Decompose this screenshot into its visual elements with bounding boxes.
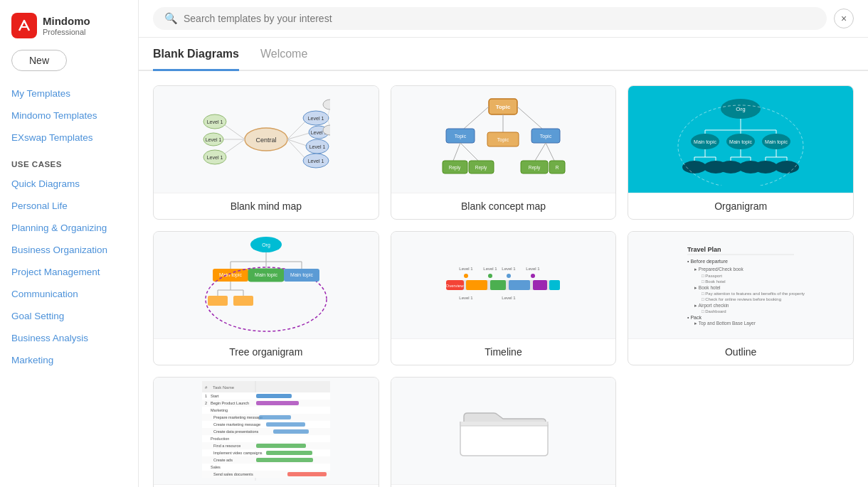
svg-point-79 — [753, 161, 778, 173]
sidebar-item-planning-organizing[interactable]: Planning & Organizing — [0, 217, 138, 239]
sidebar-item-marketing[interactable]: Marketing — [0, 349, 138, 371]
search-icon: 🔍 — [164, 12, 178, 25]
svg-text:Send sales documents: Send sales documents — [213, 472, 253, 476]
svg-rect-155 — [273, 429, 309, 434]
card-preview-organigram: Org Main topic Main topic Main topic — [628, 86, 853, 193]
svg-rect-108 — [533, 280, 547, 290]
template-card-outline[interactable]: Travel Plan • Before departure ▸ Prepare… — [628, 231, 854, 365]
sidebar-item-quick-diagrams[interactable]: Quick Diagrams — [0, 173, 138, 195]
template-card-blank-concept-map[interactable]: Topic Topic Topic Rep — [391, 85, 617, 220]
svg-text:1: 1 — [205, 394, 207, 398]
sidebar-item-exswap-templates[interactable]: EXswap Templates — [0, 127, 138, 149]
svg-text:▸ Airport checkin: ▸ Airport checkin — [694, 303, 729, 309]
svg-text:Reply: Reply — [475, 165, 487, 171]
template-grid-area: Central Level 1 Level 1 Level 1 — [139, 71, 868, 487]
card-preview-outline: Travel Plan • Before departure ▸ Prepare… — [628, 232, 853, 338]
svg-text:• Pack: • Pack — [687, 315, 702, 320]
search-input[interactable] — [184, 13, 815, 24]
svg-text:Org: Org — [736, 106, 745, 112]
sidebar-item-project-management[interactable]: Project Management — [0, 261, 138, 283]
template-card-timeline[interactable]: Overview Level 1 Level 1 — [391, 231, 617, 365]
main-content: 🔍 × Blank Diagrams Welcome Central Level… — [139, 0, 868, 487]
new-button[interactable]: New — [11, 50, 67, 71]
svg-rect-107 — [509, 280, 530, 290]
svg-line-36 — [460, 143, 478, 161]
card-preview-timeline: Overview Level 1 Level 1 — [391, 232, 616, 338]
use-cases-label: USE CASES — [0, 149, 138, 173]
tab-welcome[interactable]: Welcome — [260, 38, 307, 71]
svg-text:Reply: Reply — [529, 165, 541, 171]
svg-text:Create marketing message: Create marketing message — [213, 422, 260, 427]
card-preview-gantt: # Task Name 1 Start 2 Begin Product Laun… — [154, 378, 379, 484]
sidebar-item-my-templates[interactable]: My Templates — [0, 82, 138, 105]
svg-rect-152 — [266, 422, 305, 427]
svg-text:• Before departure: • Before departure — [687, 259, 728, 264]
template-label-tree-organigram: Tree organigram — [154, 338, 379, 365]
template-grid: Central Level 1 Level 1 Level 1 — [153, 85, 854, 487]
svg-rect-166 — [256, 458, 313, 462]
template-card-tree-organigram[interactable]: Org Main topic — [153, 231, 379, 365]
card-preview-tree-organigram: Org Main topic — [154, 232, 379, 338]
svg-line-30 — [517, 107, 542, 129]
template-label-folder: Folder — [391, 484, 616, 487]
svg-line-29 — [464, 107, 489, 129]
sidebar-item-goal-setting[interactable]: Goal Setting — [0, 305, 138, 327]
svg-rect-149 — [259, 415, 291, 419]
svg-text:Central: Central — [255, 137, 276, 144]
svg-line-35 — [453, 143, 460, 161]
template-label-gantt-chart: Gantt Chart — [154, 484, 379, 487]
svg-text:Topic: Topic — [497, 137, 509, 143]
svg-text:Reply: Reply — [449, 165, 461, 171]
svg-text:Org: Org — [262, 242, 270, 248]
svg-rect-167 — [202, 464, 330, 471]
template-card-folder[interactable]: Folder — [391, 377, 617, 487]
svg-point-24 — [323, 100, 330, 109]
template-label-blank-concept-map: Blank concept map — [391, 193, 616, 219]
svg-text:R: R — [556, 165, 559, 170]
svg-text:Sales: Sales — [211, 465, 221, 469]
tabs-bar: Blank Diagrams Welcome — [139, 38, 868, 71]
svg-text:Production: Production — [211, 437, 229, 441]
sidebar-item-communication[interactable]: Communication — [0, 283, 138, 305]
svg-text:Begin Product Launch: Begin Product Launch — [211, 401, 249, 405]
template-card-blank-mind-map[interactable]: Central Level 1 Level 1 Level 1 — [153, 85, 379, 220]
svg-text:Level 1: Level 1 — [502, 296, 517, 300]
sidebar-item-business-analysis[interactable]: Business Analysis — [0, 327, 138, 349]
svg-point-112 — [507, 274, 511, 278]
svg-rect-109 — [549, 280, 560, 290]
svg-line-41 — [535, 143, 546, 161]
svg-text:Main topic: Main topic — [255, 272, 277, 278]
template-card-organigram[interactable]: Org Main topic Main topic Main topic — [628, 85, 854, 220]
svg-rect-140 — [256, 394, 292, 398]
template-label-timeline: Timeline — [391, 338, 616, 365]
svg-text:Start: Start — [211, 394, 219, 398]
svg-point-67 — [682, 161, 706, 173]
svg-text:Level 1: Level 1 — [308, 116, 324, 121]
template-label-blank-mind-map: Blank mind map — [154, 193, 379, 219]
svg-text:Overview: Overview — [446, 284, 465, 288]
svg-rect-171 — [287, 472, 327, 476]
sidebar-item-business-organization[interactable]: Business Organization — [0, 239, 138, 261]
svg-point-110 — [464, 274, 468, 278]
svg-text:Main topic: Main topic — [694, 139, 716, 145]
svg-text:Level 1: Level 1 — [460, 267, 474, 271]
svg-rect-105 — [466, 280, 487, 290]
svg-text:Travel Plan: Travel Plan — [687, 246, 721, 253]
svg-rect-160 — [256, 444, 306, 448]
svg-line-42 — [546, 143, 554, 161]
svg-text:Level 1: Level 1 — [460, 296, 474, 300]
template-card-gantt-chart[interactable]: # Task Name 1 Start 2 Begin Product Laun… — [153, 377, 379, 487]
svg-rect-163 — [266, 451, 312, 455]
close-button[interactable]: × — [834, 9, 854, 28]
top-bar: 🔍 × — [139, 0, 868, 38]
svg-text:□ Dashboard: □ Dashboard — [702, 309, 726, 314]
svg-text:□ Book hotel: □ Book hotel — [702, 279, 726, 284]
sidebar-item-personal-life[interactable]: Personal Life — [0, 195, 138, 217]
logo-text: Mindomo Professional — [43, 15, 90, 36]
sidebar-item-mindomo-templates[interactable]: Mindomo Templates — [0, 105, 138, 127]
tab-blank-diagrams[interactable]: Blank Diagrams — [153, 38, 239, 71]
svg-point-111 — [488, 274, 492, 278]
svg-text:Level 1: Level 1 — [484, 267, 498, 271]
svg-text:Topic: Topic — [455, 134, 467, 139]
svg-text:Level 1: Level 1 — [207, 155, 223, 160]
